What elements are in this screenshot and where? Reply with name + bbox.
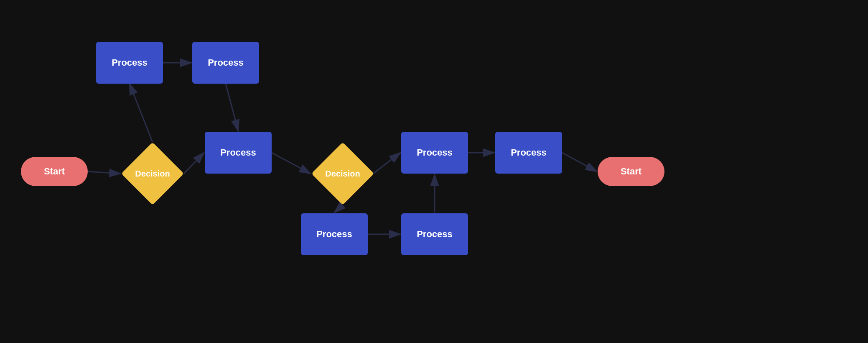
process-node-1[interactable]: Process [96, 42, 163, 84]
decision-node-2[interactable]: Decision [311, 142, 374, 205]
start-node-1[interactable]: Start [21, 157, 88, 186]
svg-line-12 [562, 153, 597, 172]
svg-line-5 [184, 153, 204, 174]
process-node-6[interactable]: Process [401, 213, 468, 255]
process-node-4[interactable]: Process [401, 132, 468, 174]
svg-line-6 [272, 153, 311, 174]
svg-line-1 [88, 172, 120, 174]
start-node-2[interactable]: Start [598, 157, 664, 186]
decision-node-1[interactable]: Decision [121, 142, 184, 205]
process-node-3[interactable]: Process [205, 132, 272, 174]
process-node-7[interactable]: Process [495, 132, 562, 174]
svg-line-7 [373, 153, 400, 174]
process-node-5[interactable]: Process [301, 213, 368, 255]
process-node-2[interactable]: Process [192, 42, 259, 84]
flowchart-canvas: Start Decision Process Process Process D… [0, 0, 868, 343]
svg-line-8 [334, 205, 343, 212]
svg-line-4 [226, 84, 238, 131]
svg-line-2 [130, 84, 153, 142]
